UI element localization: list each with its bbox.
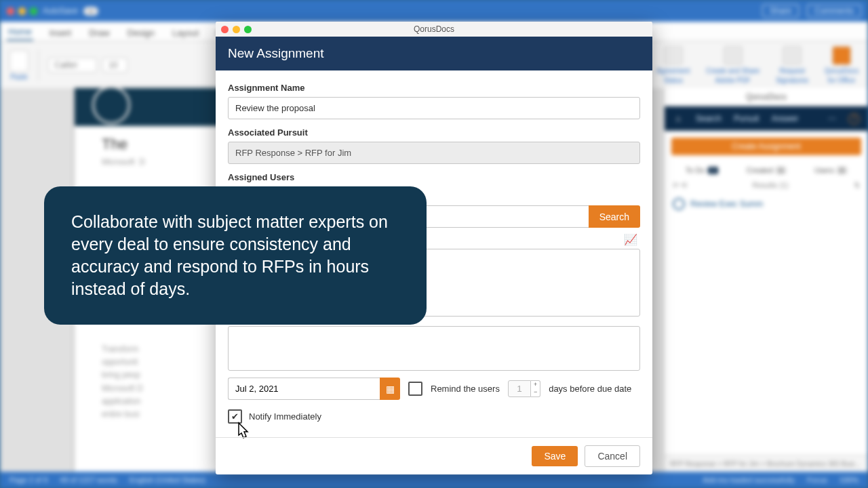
qorus-nav: ⌂ Search Pursuit Answer ⋯ ? [665,106,868,131]
comments-button[interactable]: Comments [807,4,861,18]
tab-todo[interactable]: To Do1 [686,166,718,174]
home-icon[interactable]: ⌂ [673,113,684,124]
status-lang[interactable]: English (United States) [130,476,206,484]
remind-checkbox[interactable] [408,382,422,396]
tab-created[interactable]: Created1 [747,166,787,174]
remind-suffix: days before due date [549,384,631,394]
status-focus[interactable]: Focus [807,476,827,484]
nav-pursuit[interactable]: Pursuit [734,114,759,123]
paste-button[interactable]: Paste [9,50,28,81]
cancel-button[interactable]: Cancel [585,445,640,467]
status-pages[interactable]: Page 2 of 9 [9,476,47,484]
due-date-field[interactable]: ▦ [228,378,400,400]
remind-days-input[interactable] [508,380,531,397]
ribbon-adobe-pdf[interactable]: Create and ShareAdobe PDF [706,46,760,84]
qorus-pane-title: QorusDocs [665,88,868,106]
fontsize-select[interactable]: 10 [102,58,127,73]
assignment-item-label: Review Exec Summ [690,199,763,209]
label-assignment-name: Assignment Name [228,83,640,93]
refresh-icon[interactable]: ⟳ ⟲ [673,181,687,190]
save-button[interactable]: Save [532,446,578,466]
sort-icon[interactable]: ⇅ [854,181,860,190]
stepper-up-icon[interactable]: + [531,381,540,388]
ribbon-qorusdocs[interactable]: QorusDocsfor Office [825,46,859,84]
results-count: Results (1) [752,181,788,190]
ribbon-agreement-status[interactable]: AgreementStatus [656,46,690,84]
stepper-down-icon[interactable]: − [531,388,540,396]
description-box[interactable] [228,326,640,371]
assignment-list-item[interactable]: Review Exec Summ [665,192,868,216]
modal-titlebar: QorusDocs [216,22,652,37]
modal-window-title: QorusDocs [216,24,652,34]
qorus-pane: QorusDocs ⌂ Search Pursuit Answer ⋯ ? Cr… [664,88,868,472]
status-addins: Add-ins loaded successfully [703,476,795,484]
more-icon[interactable]: ⋯ [828,114,836,123]
status-words[interactable]: 49 of 1227 words [60,476,117,484]
nav-answer[interactable]: Answer [771,114,798,123]
label-assigned-users: Assigned Users [228,172,640,182]
user-search-button[interactable]: Search [589,205,640,228]
calendar-icon[interactable]: ▦ [380,378,400,400]
nav-search[interactable]: Search [696,114,722,123]
label-associated-pursuit: Associated Pursuit [228,127,640,138]
help-icon[interactable]: ? [848,113,860,125]
qorus-filter-tabs: To Do1 Created1 Users2 [665,162,868,178]
autosave-toggle[interactable]: ● [83,7,98,16]
tab-layout[interactable]: Layout [171,25,200,41]
tab-design[interactable]: Design [126,25,156,41]
due-date-input[interactable] [228,378,380,400]
autosave-label: AutoSave [43,6,78,16]
tab-insert[interactable]: Insert [48,25,73,41]
qorus-results-bar: ⟳ ⟲ Results (1) ⇅ [665,178,868,192]
modal-footer: Save Cancel [216,437,652,474]
status-zoom[interactable]: 100% [840,476,859,484]
assignment-name-input[interactable] [228,97,640,119]
traffic-lights[interactable] [7,7,37,15]
tab-draw[interactable]: Draw [87,25,111,41]
word-titlebar: AutoSave ● Share Comments [0,0,868,22]
notify-label: Notify Immediately [249,411,321,422]
qorus-breadcrumb: RFP Response > RFP for Jim > Brochure Dy… [665,455,868,472]
associated-pursuit-input [228,142,640,164]
clock-icon [673,198,685,210]
create-assignment-button[interactable]: Create Assignment [671,138,861,155]
remind-days-stepper[interactable]: +− [508,380,540,397]
tab-home[interactable]: Home [7,24,33,41]
remind-label: Remind the users [431,384,500,394]
tab-users[interactable]: Users2 [814,166,847,174]
share-button[interactable]: Share [762,4,799,18]
font-select[interactable]: Calibri [48,58,97,73]
modal-title: New Assignment [216,37,652,70]
ribbon-request-signatures[interactable]: RequestSignatures [776,46,808,84]
marketing-callout: Collaborate with subject matter experts … [44,186,427,325]
